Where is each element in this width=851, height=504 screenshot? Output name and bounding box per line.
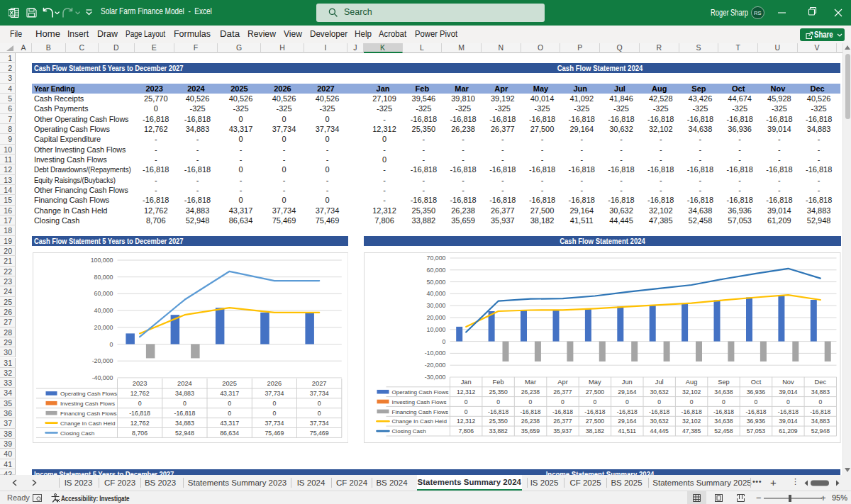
svg-text:32,102: 32,102: [682, 418, 701, 425]
svg-text:-16,818: -16,818: [584, 408, 605, 415]
svg-text:0: 0: [755, 398, 758, 405]
svg-text:Jun: Jun: [622, 379, 633, 386]
svg-text:2025: 2025: [222, 380, 237, 387]
svg-text:60,000: 60,000: [94, 290, 113, 297]
svg-text:0: 0: [443, 338, 446, 345]
svg-text:44,445: 44,445: [650, 427, 669, 435]
svg-text:52,948: 52,948: [174, 430, 194, 437]
svg-text:30,000: 30,000: [427, 302, 446, 309]
svg-text:2027: 2027: [311, 380, 326, 387]
svg-text:75,469: 75,469: [309, 430, 328, 437]
svg-text:Dec: Dec: [815, 379, 827, 386]
svg-text:-20,000: -20,000: [91, 357, 113, 364]
svg-text:39,014: 39,014: [779, 388, 798, 396]
svg-text:Feb: Feb: [493, 379, 504, 386]
svg-text:-16,818: -16,818: [174, 410, 195, 417]
svg-text:Nov: Nov: [782, 379, 794, 386]
svg-text:Investing Cash Flows: Investing Cash Flows: [392, 399, 447, 405]
svg-text:0: 0: [561, 398, 564, 405]
svg-text:32,102: 32,102: [682, 388, 701, 396]
svg-text:Sep: Sep: [718, 379, 730, 386]
svg-text:0: 0: [496, 398, 500, 405]
svg-text:37,734: 37,734: [265, 390, 284, 397]
svg-text:0: 0: [465, 398, 468, 405]
svg-text:Closing Cash: Closing Cash: [60, 430, 94, 437]
svg-text:Oct: Oct: [751, 379, 762, 386]
svg-text:61,209: 61,209: [779, 427, 798, 435]
svg-text:Mar: Mar: [525, 379, 536, 386]
svg-text:0: 0: [465, 408, 468, 415]
svg-text:-16,818: -16,818: [745, 408, 766, 415]
svg-text:34,883: 34,883: [811, 418, 830, 425]
svg-text:33,882: 33,882: [489, 427, 508, 435]
svg-text:0: 0: [272, 410, 276, 417]
svg-text:100,000: 100,000: [90, 257, 113, 264]
svg-text:0: 0: [317, 400, 321, 407]
svg-text:75,469: 75,469: [265, 430, 284, 437]
svg-text:7,806: 7,806: [458, 427, 474, 435]
svg-text:70,000: 70,000: [427, 254, 446, 262]
svg-text:43,317: 43,317: [220, 420, 239, 427]
svg-text:-40,000: -40,000: [91, 374, 113, 381]
svg-text:-16,818: -16,818: [552, 408, 573, 415]
svg-text:52,458: 52,458: [714, 427, 733, 435]
svg-text:12,762: 12,762: [130, 390, 149, 397]
svg-text:-30,000: -30,000: [425, 374, 446, 381]
svg-text:43,317: 43,317: [220, 390, 239, 397]
svg-text:30,632: 30,632: [650, 418, 669, 425]
svg-text:-16,818: -16,818: [810, 408, 830, 415]
svg-text:57,053: 57,053: [747, 427, 766, 435]
svg-text:0: 0: [722, 398, 725, 405]
svg-text:-10,000: -10,000: [425, 349, 446, 357]
svg-text:10,000: 10,000: [427, 326, 446, 333]
svg-text:Jul: Jul: [655, 379, 664, 386]
svg-text:34,883: 34,883: [811, 388, 830, 396]
svg-text:0: 0: [317, 410, 321, 417]
svg-text:-16,818: -16,818: [713, 408, 734, 415]
svg-text:-16,818: -16,818: [520, 408, 540, 415]
svg-text:Financing Cash Flows: Financing Cash Flows: [392, 409, 449, 415]
svg-text:37,734: 37,734: [265, 420, 284, 427]
svg-text:0: 0: [786, 398, 790, 405]
svg-text:35,937: 35,937: [553, 427, 572, 435]
svg-text:25,350: 25,350: [489, 388, 508, 396]
svg-text:-16,818: -16,818: [129, 410, 150, 417]
svg-text:0: 0: [529, 398, 533, 405]
svg-text:2023: 2023: [132, 380, 147, 387]
svg-text:36,936: 36,936: [747, 418, 766, 425]
svg-text:0: 0: [228, 400, 231, 407]
svg-text:Change In Cash Held: Change In Cash Held: [392, 418, 447, 425]
svg-text:Operating Cash Flows: Operating Cash Flows: [60, 391, 117, 397]
svg-text:34,883: 34,883: [174, 390, 194, 397]
svg-text:26,377: 26,377: [553, 388, 572, 396]
svg-text:47,385: 47,385: [682, 427, 701, 435]
svg-text:34,638: 34,638: [714, 418, 733, 425]
svg-text:-16,818: -16,818: [682, 408, 702, 415]
svg-text:0: 0: [818, 398, 822, 405]
svg-text:Jan: Jan: [461, 379, 472, 386]
svg-text:35,659: 35,659: [521, 427, 540, 435]
svg-text:20,000: 20,000: [427, 314, 446, 321]
svg-text:8,706: 8,706: [132, 430, 148, 437]
svg-text:0: 0: [228, 410, 231, 417]
svg-text:May: May: [589, 379, 601, 386]
svg-text:38,182: 38,182: [586, 427, 605, 435]
svg-text:2026: 2026: [267, 380, 282, 387]
svg-text:Aug: Aug: [686, 379, 698, 386]
svg-text:50,000: 50,000: [427, 279, 446, 286]
svg-text:Closing Cash: Closing Cash: [392, 428, 426, 435]
svg-text:52,948: 52,948: [811, 427, 830, 435]
svg-text:60,000: 60,000: [427, 267, 446, 274]
svg-text:-16,818: -16,818: [617, 408, 638, 415]
svg-text:0: 0: [690, 398, 694, 405]
svg-text:27,500: 27,500: [586, 418, 605, 425]
svg-text:26,238: 26,238: [521, 418, 540, 425]
svg-text:0: 0: [272, 400, 276, 407]
svg-text:Operating Cash Flows: Operating Cash Flows: [392, 389, 449, 396]
svg-text:39,014: 39,014: [779, 418, 798, 425]
svg-text:37,734: 37,734: [309, 420, 328, 427]
svg-text:0: 0: [594, 398, 597, 405]
svg-text:Change In Cash Held: Change In Cash Held: [60, 420, 115, 427]
svg-text:40,000: 40,000: [427, 290, 446, 297]
svg-text:26,377: 26,377: [553, 418, 572, 425]
